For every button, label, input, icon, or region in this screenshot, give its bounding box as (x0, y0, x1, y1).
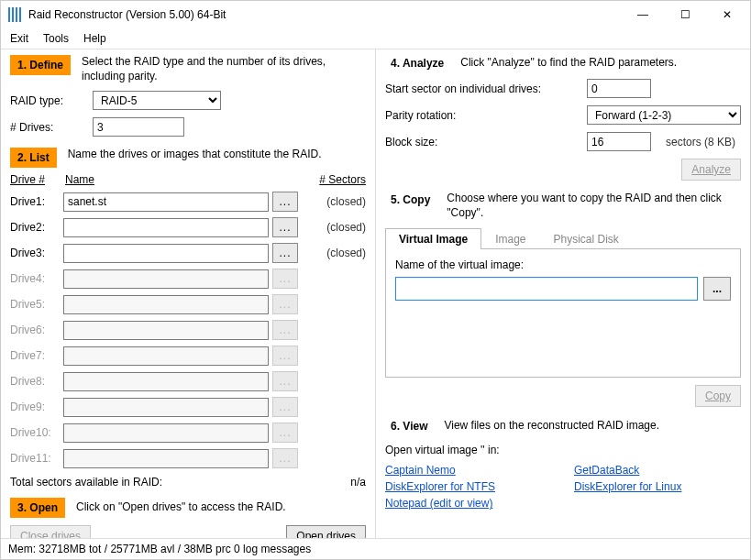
copy-button[interactable]: Copy (695, 385, 741, 407)
section-analyze: 4. Analyze Click "Analyze" to find the R… (385, 55, 741, 71)
drive-name-input[interactable] (63, 218, 269, 237)
drive-browse-button: ... (272, 346, 298, 366)
drives-count-input[interactable] (93, 117, 184, 137)
drive-row-label: Drive1: (10, 195, 60, 208)
menubar: Exit Tools Help (1, 28, 750, 49)
virtual-image-label: Name of the virtual image: (395, 258, 731, 271)
drive-sectors: (closed) (302, 195, 366, 208)
parity-select[interactable]: Forward (1-2-3) (587, 105, 741, 125)
drive-name-input (63, 269, 269, 289)
drive-sectors: (closed) (302, 247, 366, 259)
drive-row-label: Drive9: (10, 401, 60, 413)
open-instr: Click on "Open drives" to access the RAI… (76, 500, 286, 515)
drive-row: Drive4:... (10, 269, 366, 289)
chip-list: 2. List (10, 148, 57, 168)
link-captain-nemo[interactable]: Captain Nemo (385, 464, 552, 477)
drive-row: Drive9:... (10, 397, 366, 417)
tab-image[interactable]: Image (481, 228, 539, 249)
tab-virtual-image[interactable]: Virtual Image (385, 228, 481, 249)
drive-name-input[interactable] (63, 244, 269, 263)
left-column: 1. Define Select the RAID type and the n… (1, 49, 375, 538)
drive-row-label: Drive5: (10, 298, 60, 311)
link-diskexplorer-linux[interactable]: DiskExplorer for Linux (574, 480, 741, 493)
close-drives-button[interactable]: Close drives (10, 525, 91, 538)
drive-browse-button: ... (272, 371, 298, 391)
block-size-label: Block size: (385, 136, 578, 148)
virtual-image-browse-button[interactable]: ... (703, 277, 731, 301)
link-getdataback[interactable]: GetDataBack (574, 464, 741, 477)
drive-row-label: Drive10: (10, 426, 60, 439)
block-size-input[interactable] (587, 132, 651, 151)
head-name: Name (65, 173, 293, 186)
minimize-button[interactable]: — (622, 1, 664, 28)
menu-exit[interactable]: Exit (10, 32, 28, 45)
drive-browse-button: ... (272, 294, 298, 314)
drive-browse-button[interactable]: ... (272, 192, 298, 212)
drive-browse-button[interactable]: ... (272, 243, 298, 263)
link-notepad[interactable]: Notepad (edit or view) (385, 497, 552, 510)
start-sector-input[interactable] (587, 79, 651, 98)
drive-row: Drive8:... (10, 371, 366, 391)
open-drives-button[interactable]: Open drives (286, 525, 366, 538)
tab-panel-virtual: Name of the virtual image: ... (385, 249, 741, 378)
list-instr: Name the drives or images that constitut… (68, 148, 322, 162)
drive-row: Drive1:...(closed) (10, 192, 366, 212)
section-define: 1. Define Select the RAID type and the n… (10, 55, 366, 83)
chip-open: 3. Open (10, 498, 65, 518)
chip-view: 6. View (385, 418, 433, 434)
drive-row: Drive5:... (10, 294, 366, 314)
drive-browse-button: ... (272, 269, 298, 289)
drive-name-input (63, 398, 269, 417)
analyze-button[interactable]: Analyze (681, 159, 741, 181)
drive-row-label: Drive3: (10, 247, 60, 259)
drive-row-label: Drive7: (10, 349, 60, 362)
chip-analyze: 4. Analyze (385, 55, 449, 71)
virtual-image-input[interactable] (395, 277, 698, 301)
view-instr: View files on the reconstructed RAID ima… (444, 419, 659, 434)
drive-sectors: (closed) (302, 221, 366, 234)
link-diskexplorer-ntfs[interactable]: DiskExplorer for NTFS (385, 480, 552, 493)
section-open: 3. Open Click on "Open drives" to access… (10, 498, 366, 518)
drives-count-label: # Drives: (10, 121, 83, 134)
drive-browse-button: ... (272, 320, 298, 340)
section-list: 2. List Name the drives or images that c… (10, 148, 366, 168)
menu-tools[interactable]: Tools (43, 32, 69, 45)
drive-browse-button: ... (272, 423, 298, 443)
chip-copy: 5. Copy (385, 192, 436, 208)
block-size-trail: sectors (8 KB) (666, 136, 735, 148)
drive-browse-button[interactable]: ... (272, 217, 298, 237)
drive-name-input (63, 321, 269, 340)
close-button[interactable]: ✕ (706, 1, 748, 28)
right-column: 4. Analyze Click "Analyze" to find the R… (375, 49, 750, 538)
drive-name-input[interactable] (63, 192, 269, 212)
drive-rows: Drive1:...(closed)Drive2:...(closed)Driv… (10, 186, 366, 468)
titlebar: Raid Reconstructor (Version 5.00) 64-Bit… (1, 1, 750, 28)
raid-type-select[interactable]: RAID-5 (93, 91, 221, 110)
head-drive: Drive # (10, 173, 65, 186)
drive-name-input (63, 372, 269, 391)
drive-name-input (63, 295, 269, 314)
copy-instr: Choose where you want to copy the RAID a… (447, 192, 741, 220)
drive-row-label: Drive2: (10, 221, 60, 234)
section-copy: 5. Copy Choose where you want to copy th… (385, 192, 741, 220)
drive-row-label: Drive11: (10, 452, 60, 465)
drive-browse-button: ... (272, 448, 298, 468)
start-sector-label: Start sector on individual drives: (385, 82, 578, 95)
open-in-label: Open virtual image '' in: (385, 444, 741, 456)
drive-row-label: Drive4: (10, 272, 60, 285)
section-view: 6. View View files on the reconstructed … (385, 418, 741, 434)
drive-name-input (63, 423, 269, 443)
maximize-button[interactable]: ☐ (664, 1, 706, 28)
drive-row-label: Drive6: (10, 324, 60, 336)
drive-name-input (63, 449, 269, 468)
total-label: Total sectors available in RAID: (10, 476, 311, 489)
drive-name-input (63, 346, 269, 366)
window-title: Raid Reconstructor (Version 5.00) 64-Bit (28, 8, 622, 21)
drive-row: Drive11:... (10, 448, 366, 468)
tab-physical-disk[interactable]: Physical Disk (540, 228, 633, 249)
menu-help[interactable]: Help (83, 32, 106, 45)
head-sectors: # Sectors (293, 173, 366, 186)
statusbar: Mem: 32718MB tot / 25771MB avl / 38MB pr… (1, 538, 750, 559)
drive-row: Drive6:... (10, 320, 366, 340)
drive-browse-button: ... (272, 397, 298, 417)
